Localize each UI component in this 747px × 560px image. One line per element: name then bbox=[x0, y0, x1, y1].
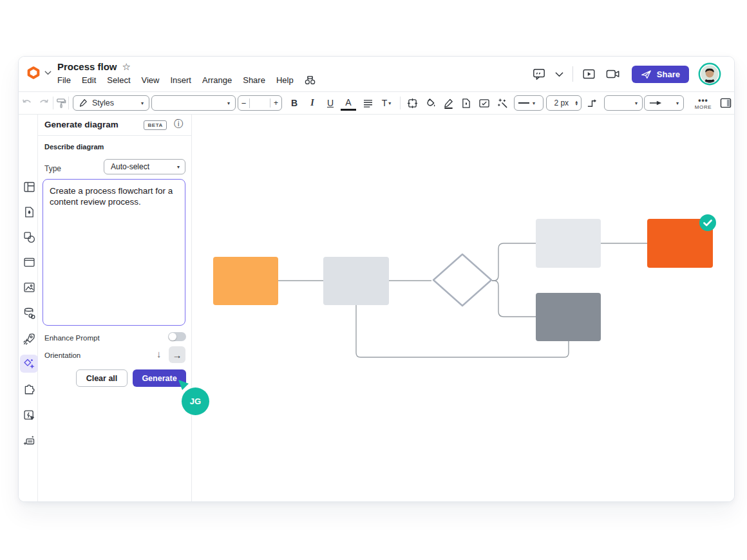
flow-node-branch-top[interactable] bbox=[536, 219, 601, 268]
line-endpoint-start-dropdown[interactable]: ▾ bbox=[604, 95, 643, 111]
right-panel-toggle-icon[interactable] bbox=[718, 92, 733, 114]
line-color-icon[interactable] bbox=[440, 92, 456, 114]
font-size-decrease-button[interactable]: − bbox=[238, 98, 250, 108]
shapes-icon[interactable] bbox=[20, 228, 38, 246]
present-icon[interactable] bbox=[582, 68, 596, 80]
clear-all-button[interactable]: Clear all bbox=[76, 369, 128, 387]
chevron-down-icon[interactable] bbox=[44, 70, 52, 75]
line-width-value: 2 px bbox=[550, 98, 572, 107]
menu-edit[interactable]: Edit bbox=[82, 75, 96, 85]
ellipsis-icon: ••• bbox=[698, 97, 708, 104]
document-title[interactable]: Process flow bbox=[57, 61, 117, 72]
find-binoculars-icon[interactable] bbox=[305, 75, 316, 85]
menu-help[interactable]: Help bbox=[276, 75, 294, 85]
type-select[interactable]: Auto-select ▾ bbox=[104, 159, 185, 174]
beta-badge: BETA bbox=[144, 120, 167, 130]
styles-dropdown[interactable]: Styles ▾ bbox=[73, 95, 149, 111]
video-camera-icon[interactable] bbox=[606, 69, 620, 79]
flow-node-start[interactable] bbox=[213, 257, 278, 305]
menu-insert[interactable]: Insert bbox=[170, 75, 191, 85]
shadow-icon[interactable] bbox=[459, 92, 474, 114]
chevron-down-icon: ▾ bbox=[676, 100, 679, 106]
frame-icon[interactable] bbox=[20, 253, 38, 271]
describe-diagram-label: Describe diagram bbox=[44, 143, 104, 151]
more-tools-button[interactable]: ••• MORE bbox=[692, 92, 715, 114]
toolbar: Styles ▾ ▾ − + B I U A T▾ bbox=[19, 91, 734, 115]
line-width-stepper[interactable]: 2 px ▴▾ bbox=[546, 95, 582, 111]
toolbar-divider bbox=[68, 97, 69, 109]
font-size-stepper[interactable]: − + bbox=[238, 95, 282, 111]
type-select-value: Auto-select bbox=[111, 162, 149, 171]
panel-title: Generate diagram bbox=[44, 120, 118, 129]
menu-share[interactable]: Share bbox=[243, 75, 265, 85]
share-button-label: Share bbox=[657, 70, 680, 79]
orientation-label: Orientation bbox=[44, 351, 80, 359]
underline-button[interactable]: U bbox=[323, 92, 338, 114]
comments-icon[interactable] bbox=[532, 68, 546, 80]
font-dropdown[interactable]: ▾ bbox=[151, 95, 236, 111]
redo-icon[interactable] bbox=[37, 92, 51, 114]
line-style-dropdown[interactable]: ▾ bbox=[514, 95, 544, 111]
rocket-icon[interactable] bbox=[20, 330, 38, 348]
enhance-prompt-label: Enhance Prompt bbox=[44, 334, 100, 342]
connectors bbox=[193, 115, 734, 501]
menu-arrange[interactable]: Arrange bbox=[202, 75, 232, 85]
user-avatar[interactable] bbox=[698, 62, 721, 86]
toolbar-divider bbox=[53, 97, 53, 109]
notes-icon[interactable] bbox=[477, 92, 492, 114]
share-button[interactable]: Share bbox=[632, 66, 689, 83]
select-area-icon[interactable] bbox=[404, 92, 420, 114]
canvas[interactable] bbox=[193, 115, 734, 501]
type-label: Type bbox=[44, 164, 61, 173]
chevron-down-icon: ▾ bbox=[635, 100, 638, 106]
font-size-increase-button[interactable]: + bbox=[270, 98, 281, 107]
plugin-icon[interactable] bbox=[20, 381, 38, 399]
italic-button[interactable]: I bbox=[305, 92, 320, 114]
toolbar-divider bbox=[400, 97, 401, 109]
success-check-badge bbox=[699, 214, 716, 231]
toggle-knob bbox=[169, 333, 176, 341]
text-options-dropdown[interactable]: T▾ bbox=[378, 92, 395, 114]
ai-generate-icon[interactable] bbox=[20, 355, 38, 373]
info-icon[interactable]: ⓘ bbox=[174, 118, 183, 130]
image-icon[interactable] bbox=[20, 278, 38, 296]
fill-color-icon[interactable] bbox=[422, 92, 438, 114]
shape-library-icon[interactable] bbox=[20, 203, 38, 221]
magic-wand-icon[interactable] bbox=[495, 92, 510, 114]
menu-view[interactable]: View bbox=[142, 75, 160, 85]
generate-diagram-panel: Generate diagram BETA ⓘ Describe diagram… bbox=[38, 115, 192, 501]
flow-node-decision[interactable] bbox=[431, 252, 493, 308]
styles-dropdown-label: Styles bbox=[92, 98, 114, 107]
chevron-down-icon: ▾ bbox=[227, 100, 230, 106]
menu-file[interactable]: File bbox=[57, 75, 71, 85]
more-label: MORE bbox=[695, 105, 712, 110]
quick-actions-icon[interactable] bbox=[20, 406, 38, 424]
collaborator-cursor: JG bbox=[177, 379, 216, 418]
decrease-width-icon[interactable]: ▾ bbox=[575, 103, 578, 106]
collaborator-badge: JG bbox=[182, 387, 209, 415]
present-slides-icon[interactable] bbox=[20, 431, 38, 449]
data-linking-icon[interactable] bbox=[20, 304, 38, 322]
orientation-vertical-button[interactable]: ↓ bbox=[156, 348, 162, 359]
bold-button[interactable]: B bbox=[287, 92, 302, 114]
flow-node-step[interactable] bbox=[323, 257, 389, 305]
format-painter-icon[interactable] bbox=[55, 92, 68, 114]
prompt-textarea[interactable]: Create a process flowchart for a content… bbox=[43, 179, 185, 326]
comments-chevron-icon[interactable] bbox=[555, 71, 563, 77]
panel-divider bbox=[38, 135, 191, 136]
menubar: File Edit Select View Insert Arrange Sha… bbox=[57, 75, 316, 85]
enhance-prompt-toggle[interactable] bbox=[168, 332, 186, 341]
orientation-horizontal-button[interactable]: → bbox=[169, 346, 185, 363]
menu-select[interactable]: Select bbox=[107, 75, 130, 85]
lucid-logo-icon[interactable] bbox=[26, 66, 41, 80]
connector-type-icon[interactable] bbox=[584, 92, 600, 114]
chevron-down-icon: ▾ bbox=[177, 164, 180, 170]
layout-panels-icon[interactable] bbox=[20, 178, 38, 196]
flow-node-branch-bottom[interactable] bbox=[536, 293, 601, 341]
undo-icon[interactable] bbox=[20, 92, 34, 114]
favorite-star-icon[interactable]: ☆ bbox=[122, 62, 131, 71]
text-color-button[interactable]: A bbox=[341, 95, 356, 111]
text-align-icon[interactable] bbox=[360, 92, 375, 114]
line-endpoint-end-dropdown[interactable]: ▾ bbox=[644, 95, 684, 111]
left-dock bbox=[19, 115, 38, 501]
